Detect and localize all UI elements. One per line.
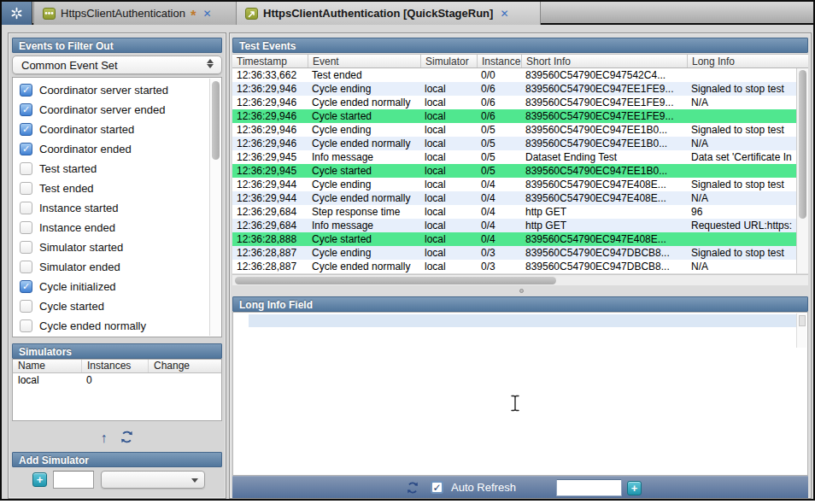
long-info-content[interactable] bbox=[232, 312, 808, 476]
column-header[interactable]: Instances bbox=[81, 360, 148, 372]
tab-quick-stage-run[interactable]: HttpsClientAuthentication [QuickStageRun… bbox=[237, 2, 541, 25]
test-event-row[interactable]: 12:36:28,887Cycle endinglocal0/3839560C5… bbox=[232, 246, 808, 260]
events-filter-title: Events to Filter Out bbox=[12, 38, 222, 53]
event-set-value: Common Event Set bbox=[21, 59, 118, 72]
scrollbar-thumb[interactable] bbox=[799, 70, 806, 219]
filter-item-label: Instance ended bbox=[39, 221, 115, 234]
list-scrollbar[interactable] bbox=[209, 79, 220, 336]
test-event-row[interactable]: 12:36:29,944Cycle ended normallylocal0/4… bbox=[232, 191, 808, 205]
split-divider[interactable] bbox=[232, 285, 808, 296]
test-event-row[interactable]: 12:36:29,946Cycle ended normallylocal0/6… bbox=[232, 96, 808, 109]
cell: Info message bbox=[308, 150, 420, 164]
app-menu-button[interactable] bbox=[2, 2, 32, 25]
events-vertical-scrollbar[interactable] bbox=[796, 68, 808, 273]
column-header[interactable]: Event bbox=[308, 55, 420, 67]
filter-item[interactable]: ✓Coordinator ended bbox=[13, 139, 221, 159]
long-info-scrollbar[interactable] bbox=[796, 314, 806, 348]
close-tab-icon[interactable]: ✕ bbox=[500, 8, 508, 20]
close-tab-icon[interactable]: ✕ bbox=[203, 8, 212, 20]
refresh-icon[interactable] bbox=[120, 430, 134, 448]
test-event-row[interactable]: 12:36:28,887Cycle ended normallylocal0/3… bbox=[232, 260, 808, 273]
test-events-panel: Test Events TimestampEventSimulatorInsta… bbox=[229, 32, 812, 499]
filter-item[interactable]: Simulator ended bbox=[13, 257, 221, 277]
column-header[interactable]: Change bbox=[148, 360, 221, 372]
checkbox[interactable] bbox=[20, 319, 32, 332]
simulators-table-header: NameInstancesChange bbox=[12, 359, 222, 373]
filter-item[interactable]: Test ended bbox=[13, 179, 221, 198]
checkbox[interactable] bbox=[20, 202, 32, 214]
simulator-type-select[interactable] bbox=[101, 471, 205, 489]
cell: Signaled to stop test bbox=[687, 178, 808, 191]
filter-item[interactable]: Simulator started bbox=[13, 237, 221, 257]
cell bbox=[687, 164, 808, 178]
cell: local bbox=[420, 150, 477, 164]
checkbox[interactable]: ✓ bbox=[20, 280, 32, 293]
filter-item[interactable]: ✓Cycle initialized bbox=[13, 277, 221, 296]
test-event-row[interactable]: 12:36:33,662Test ended0/0839560C54790EC9… bbox=[232, 68, 808, 82]
plus-icon[interactable]: + bbox=[32, 472, 47, 487]
column-header[interactable]: Timestamp bbox=[232, 55, 308, 67]
refresh-interval-input[interactable] bbox=[556, 479, 622, 496]
cell: local bbox=[420, 178, 477, 191]
filter-item-label: Simulator ended bbox=[39, 261, 120, 273]
test-event-row[interactable]: 12:36:29,946Cycle endinglocal0/6839560C5… bbox=[232, 82, 808, 96]
scrollbar-thumb[interactable] bbox=[235, 277, 556, 284]
filter-item[interactable]: Instance started bbox=[13, 198, 221, 218]
stepper-arrows-icon bbox=[206, 59, 214, 68]
column-header[interactable]: Short Info bbox=[521, 55, 687, 67]
checkbox[interactable] bbox=[20, 182, 32, 195]
test-event-row[interactable]: 12:36:29,946Cycle ended normallylocal0/5… bbox=[232, 137, 808, 150]
cell: Cycle ended normally bbox=[308, 191, 420, 205]
scrollbar-thumb[interactable] bbox=[212, 81, 220, 160]
filter-item[interactable]: ✓Coordinator started bbox=[13, 120, 221, 139]
test-event-row[interactable]: 12:36:28,888Cycle startedlocal0/4839560C… bbox=[232, 232, 808, 246]
events-horizontal-scrollbar[interactable] bbox=[232, 274, 808, 285]
divider-handle-icon bbox=[519, 289, 524, 293]
cell: Dataset Ending Test bbox=[521, 150, 687, 164]
simulator-row[interactable]: local0 bbox=[13, 373, 221, 388]
test-event-row[interactable]: 12:36:29,946Cycle endinglocal0/5839560C5… bbox=[232, 123, 808, 137]
cell: http GET bbox=[521, 205, 687, 219]
cell: 0/5 bbox=[477, 123, 521, 137]
filter-item[interactable]: Test started bbox=[13, 159, 221, 179]
up-arrow-icon[interactable]: ↑ bbox=[101, 431, 108, 445]
checkbox[interactable] bbox=[20, 162, 32, 175]
cell: 0/6 bbox=[477, 109, 521, 123]
filter-item[interactable]: ✓Coordinator server ended bbox=[13, 100, 221, 120]
column-header[interactable]: Name bbox=[13, 360, 81, 372]
cell: Cycle started bbox=[308, 232, 420, 246]
checkbox[interactable]: ✓ bbox=[20, 143, 32, 155]
column-header[interactable]: Long Info bbox=[687, 55, 808, 67]
scrollbar-thumb[interactable] bbox=[799, 315, 806, 326]
auto-refresh-checkbox[interactable]: ✓ bbox=[431, 481, 443, 494]
filter-item[interactable]: ✓Coordinator server started bbox=[13, 80, 221, 100]
test-event-row[interactable]: 12:36:29,684Step response timelocal0/4ht… bbox=[232, 205, 808, 219]
checkbox[interactable]: ✓ bbox=[20, 84, 32, 97]
cell: Signaled to stop test bbox=[687, 246, 808, 260]
cell: 839560C54790EC947542C4... bbox=[521, 68, 687, 82]
test-event-row[interactable]: 12:36:29,945Info messagelocal0/5Dataset … bbox=[232, 150, 808, 164]
test-event-row[interactable]: 12:36:29,684Info messagelocal0/4http GET… bbox=[232, 219, 808, 232]
checkbox[interactable]: ✓ bbox=[20, 123, 32, 136]
tab-test-document[interactable]: HttpsClientAuthentication * ✕ bbox=[33, 2, 237, 25]
checkbox[interactable] bbox=[20, 300, 32, 313]
test-event-row[interactable]: 12:36:29,944Cycle endinglocal0/4839560C5… bbox=[232, 178, 808, 191]
checkbox[interactable] bbox=[20, 261, 32, 273]
checkbox[interactable] bbox=[20, 241, 32, 254]
filter-item[interactable]: Cycle started bbox=[13, 296, 221, 316]
checkbox[interactable]: ✓ bbox=[20, 103, 32, 116]
cell: 0/4 bbox=[477, 205, 521, 219]
filter-item[interactable]: Instance ended bbox=[13, 218, 221, 237]
cell: 12:36:29,945 bbox=[232, 150, 308, 164]
plus-icon[interactable]: + bbox=[627, 481, 642, 495]
refresh-icon[interactable] bbox=[406, 481, 419, 498]
filter-item[interactable]: Cycle ended normally bbox=[13, 316, 221, 336]
test-event-row[interactable]: 12:36:29,946Cycle startedlocal0/6839560C… bbox=[232, 109, 808, 123]
event-set-select[interactable]: Common Event Set bbox=[12, 56, 222, 74]
test-event-row[interactable]: 12:36:29,945Cycle startedlocal0/5839560C… bbox=[232, 164, 808, 178]
cell: 0/6 bbox=[477, 96, 521, 109]
column-header[interactable]: Simulator bbox=[420, 55, 477, 67]
checkbox[interactable] bbox=[20, 221, 32, 234]
simulator-name-input[interactable] bbox=[53, 471, 94, 489]
column-header[interactable]: Instance bbox=[477, 55, 521, 67]
